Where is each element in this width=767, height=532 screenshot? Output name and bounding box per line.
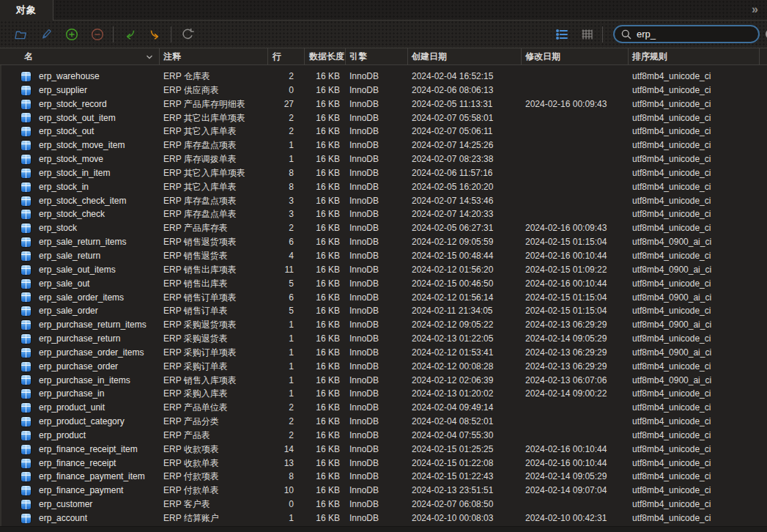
table-row[interactable]: erp_supplier ERP 供应商表 0 16 KB InnoDB 202… [0,84,767,97]
column-header-created[interactable]: 创建日期 [408,48,522,65]
comment-cell: ERP 采购退货项表 [160,318,268,332]
rows-cell: 8 [268,166,305,180]
rows-cell: 8 [268,470,305,484]
collation-cell: utf8mb4_0900_ai_ci [629,263,760,277]
filler-cell [760,235,767,249]
modified-cell [522,207,629,221]
table-body: erp_warehouse ERP 仓库表 2 16 KB InnoDB 202… [0,65,767,526]
column-header-engine[interactable]: 引擎 [346,48,408,65]
table-row[interactable]: erp_stock_record ERP 产品库存明细表 27 16 KB In… [0,97,767,111]
table-row[interactable]: erp_stock_check ERP 库存盘点单表 3 16 KB InnoD… [0,207,767,221]
data-length-cell: 16 KB [305,346,346,360]
table-row[interactable]: erp_account ERP 结算账户 1 16 KB InnoDB 2024… [0,511,767,525]
filler-cell [760,443,767,457]
table-icon [21,334,31,344]
table-row[interactable]: erp_purchase_order ERP 采购订单表 1 16 KB Inn… [0,360,767,374]
design-table-button[interactable] [33,25,59,44]
table-icon [21,514,31,523]
column-header-modified[interactable]: 修改日期 [522,48,629,65]
collation-cell: utf8mb4_unicode_ci [629,332,760,346]
list-view-button[interactable] [549,25,574,44]
filler-cell [760,304,767,318]
rows-cell: 11 [268,263,305,277]
table-row[interactable]: erp_warehouse ERP 仓库表 2 16 KB InnoDB 202… [0,70,767,84]
table-row[interactable]: erp_purchase_in_items ERP 销售入库项表 1 16 KB… [0,374,767,388]
table-row[interactable]: erp_sale_order ERP 销售订单表 5 16 KB InnoDB … [0,304,767,318]
collation-cell: utf8mb4_unicode_ci [629,125,760,138]
engine-cell: InnoDB [346,429,408,443]
delete-table-button[interactable] [84,25,110,44]
table-row[interactable]: erp_stock ERP 产品库存表 2 16 KB InnoDB 2024-… [0,221,767,235]
table-row[interactable]: erp_purchase_order_items ERP 采购订单项表 1 16… [0,346,767,360]
table-row[interactable]: erp_finance_receipt ERP 收款单表 13 16 KB In… [0,457,767,470]
pencil-icon [39,27,53,42]
data-length-cell: 16 KB [305,221,346,235]
export-wizard-button[interactable] [142,25,168,44]
table-row[interactable]: erp_customer ERP 客户表 0 16 KB InnoDB 2024… [0,498,767,511]
table-row[interactable]: erp_product ERP 产品表 2 16 KB InnoDB 2024-… [0,429,767,443]
engine-cell: InnoDB [346,277,408,291]
table-icon [21,417,31,426]
grid-view-button[interactable] [574,25,599,44]
refresh-button[interactable] [174,25,200,44]
table-icon [21,306,31,316]
filler-cell [760,484,767,498]
filler-cell [760,166,767,180]
column-header-name[interactable]: 名 [0,48,160,65]
table-row[interactable]: erp_sale_out ERP 销售出库表 5 16 KB InnoDB 20… [0,277,767,291]
table-row[interactable]: erp_purchase_return_items ERP 采购退货项表 1 1… [0,318,767,332]
table-row[interactable]: erp_sale_out_items ERP 销售出库项表 11 16 KB I… [0,263,767,277]
open-table-button[interactable] [7,25,33,44]
table-row[interactable]: erp_stock_move ERP 库存调拨单表 1 16 KB InnoDB… [0,152,767,166]
table-row[interactable]: erp_sale_order_items ERP 销售订单项表 6 16 KB … [0,291,767,305]
filler-cell [760,470,767,484]
tab-objects[interactable]: 对象 [0,0,53,21]
data-length-cell: 16 KB [305,277,346,291]
table-row[interactable]: erp_stock_check_item ERP 库存盘点项表 3 16 KB … [0,194,767,208]
table-row[interactable]: erp_stock_in ERP 其它入库单表 8 16 KB InnoDB 2… [0,180,767,194]
table-row[interactable]: erp_finance_receipt_item ERP 收款项表 14 16 … [0,443,767,457]
table-icon [21,445,31,454]
grid-view-icon [579,27,594,42]
table-row[interactable]: erp_finance_payment_item ERP 付款项表 8 16 K… [0,470,767,484]
table-row[interactable]: erp_stock_out_item ERP 其它出库单项表 2 16 KB I… [0,111,767,125]
table-name-cell: erp_stock_out [0,125,160,138]
column-header-collation[interactable]: 排序规则 [629,48,760,65]
created-cell: 2024-02-15 00:46:50 [408,277,522,291]
table-name-cell: erp_customer [0,498,160,511]
collation-cell: utf8mb4_unicode_ci [629,152,760,166]
table-row[interactable]: erp_sale_return_items ERP 销售退货项表 6 16 KB… [0,235,767,249]
table-row[interactable]: erp_purchase_return ERP 采购退货表 1 16 KB In… [0,332,767,346]
import-wizard-button[interactable] [116,25,142,44]
tab-overflow-chevron-icon[interactable]: » [752,3,758,16]
table-row[interactable]: erp_stock_out ERP 其它入库单表 2 16 KB InnoDB … [0,125,767,138]
data-length-cell: 16 KB [305,457,346,470]
table-icon [21,196,31,206]
table-row[interactable]: erp_stock_in_item ERP 其它入库单项表 8 16 KB In… [0,166,767,180]
column-header-rows[interactable]: 行 [268,48,305,65]
comment-cell: ERP 库存盘点项表 [160,138,268,152]
table-row[interactable]: erp_product_unit ERP 产品单位表 2 16 KB InnoD… [0,401,767,415]
table-row[interactable]: erp_finance_payment ERP 付款单表 10 16 KB In… [0,484,767,498]
column-header-comment[interactable]: 注释 [160,48,268,65]
modified-cell: 2024-02-14 09:05:29 [522,332,629,346]
created-cell: 2024-02-15 01:25:25 [408,443,522,457]
created-cell: 2024-02-04 09:49:14 [408,401,522,415]
collation-cell: utf8mb4_unicode_ci [629,443,760,457]
rows-cell: 1 [268,346,305,360]
table-row[interactable]: erp_sale_return ERP 销售退货表 4 16 KB InnoDB… [0,249,767,263]
table-row[interactable]: erp_purchase_in ERP 采购入库表 1 16 KB InnoDB… [0,387,767,401]
comment-cell: ERP 供应商表 [160,84,268,97]
table-row[interactable]: erp_product_category ERP 产品分类 2 16 KB In… [0,415,767,429]
engine-cell: InnoDB [346,207,408,221]
created-cell: 2024-02-07 06:08:50 [408,498,522,511]
table-icon [21,182,31,192]
search-input[interactable] [637,29,766,40]
data-length-cell: 16 KB [305,138,346,152]
column-header-data-length[interactable]: 数据长度 [305,48,346,65]
table-row[interactable]: erp_stock_move_item ERP 库存盘点项表 1 16 KB I… [0,138,767,152]
engine-cell: InnoDB [346,221,408,235]
comment-cell: ERP 库存盘点项表 [160,194,268,208]
new-table-button[interactable] [59,25,84,44]
modified-cell [522,84,629,97]
